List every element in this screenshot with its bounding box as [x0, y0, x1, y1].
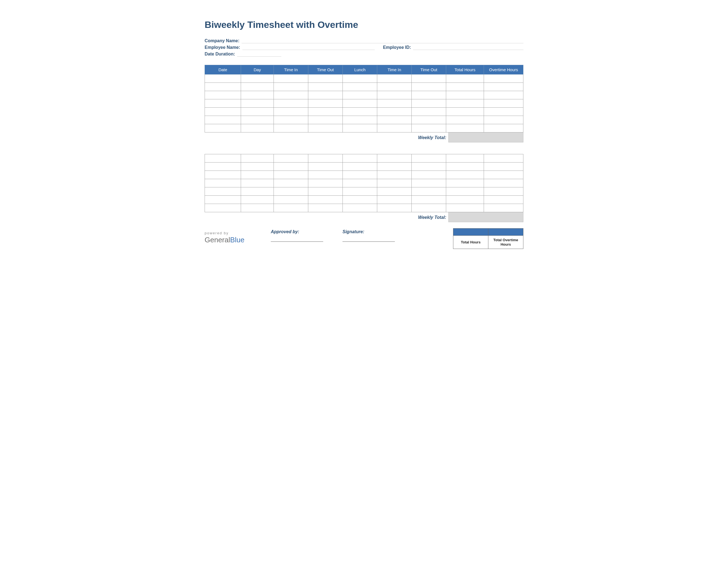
week1-cell[interactable]: [377, 74, 412, 83]
week2-cell[interactable]: [377, 187, 412, 196]
week1-cell[interactable]: [308, 99, 343, 108]
week1-cell[interactable]: [446, 74, 484, 83]
week1-cell[interactable]: [377, 124, 412, 132]
week1-cell[interactable]: [446, 124, 484, 132]
week2-cell[interactable]: [377, 204, 412, 212]
week1-cell[interactable]: [343, 99, 377, 108]
week1-cell[interactable]: [446, 91, 484, 99]
week2-cell[interactable]: [241, 162, 274, 171]
week1-cell[interactable]: [308, 74, 343, 83]
week2-cell[interactable]: [343, 204, 377, 212]
week1-cell[interactable]: [308, 83, 343, 91]
week1-cell[interactable]: [484, 74, 523, 83]
week2-total-value[interactable]: [448, 212, 523, 222]
week2-cell[interactable]: [205, 154, 241, 162]
week2-cell[interactable]: [343, 154, 377, 162]
week1-cell[interactable]: [412, 124, 446, 132]
week2-cell[interactable]: [308, 187, 343, 196]
week1-cell[interactable]: [274, 99, 308, 108]
week1-cell[interactable]: [484, 83, 523, 91]
week2-cell[interactable]: [205, 204, 241, 212]
week1-cell[interactable]: [377, 91, 412, 99]
week1-cell[interactable]: [484, 116, 523, 124]
week1-cell[interactable]: [412, 108, 446, 116]
week2-cell[interactable]: [241, 204, 274, 212]
date-duration-field[interactable]: [237, 52, 281, 57]
week1-cell[interactable]: [205, 116, 241, 124]
week2-cell[interactable]: [446, 162, 484, 171]
week2-cell[interactable]: [412, 179, 446, 187]
week2-cell[interactable]: [412, 187, 446, 196]
week2-cell[interactable]: [446, 204, 484, 212]
week1-cell[interactable]: [205, 74, 241, 83]
week1-cell[interactable]: [308, 124, 343, 132]
week2-cell[interactable]: [274, 154, 308, 162]
week1-cell[interactable]: [241, 83, 274, 91]
week1-cell[interactable]: [377, 99, 412, 108]
week2-cell[interactable]: [205, 187, 241, 196]
employee-id-field[interactable]: [413, 45, 523, 50]
week1-cell[interactable]: [274, 91, 308, 99]
week1-cell[interactable]: [205, 83, 241, 91]
week2-cell[interactable]: [308, 162, 343, 171]
week2-cell[interactable]: [377, 179, 412, 187]
week2-cell[interactable]: [377, 162, 412, 171]
week1-cell[interactable]: [241, 91, 274, 99]
week1-cell[interactable]: [377, 83, 412, 91]
week1-cell[interactable]: [377, 116, 412, 124]
week1-cell[interactable]: [205, 99, 241, 108]
week2-cell[interactable]: [484, 187, 523, 196]
week1-cell[interactable]: [412, 74, 446, 83]
week2-cell[interactable]: [377, 196, 412, 204]
week2-cell[interactable]: [484, 171, 523, 179]
week1-cell[interactable]: [241, 74, 274, 83]
week1-cell[interactable]: [343, 116, 377, 124]
week2-cell[interactable]: [308, 154, 343, 162]
week1-cell[interactable]: [274, 74, 308, 83]
week2-cell[interactable]: [308, 171, 343, 179]
week1-cell[interactable]: [241, 124, 274, 132]
week2-cell[interactable]: [484, 196, 523, 204]
week1-cell[interactable]: [343, 124, 377, 132]
week2-cell[interactable]: [343, 196, 377, 204]
week2-cell[interactable]: [377, 171, 412, 179]
week2-cell[interactable]: [412, 154, 446, 162]
company-name-field[interactable]: [242, 38, 523, 43]
week1-cell[interactable]: [205, 124, 241, 132]
week2-cell[interactable]: [343, 171, 377, 179]
week1-cell[interactable]: [274, 124, 308, 132]
week2-cell[interactable]: [308, 204, 343, 212]
week1-cell[interactable]: [412, 91, 446, 99]
week1-cell[interactable]: [274, 83, 308, 91]
week2-cell[interactable]: [274, 196, 308, 204]
week1-cell[interactable]: [412, 99, 446, 108]
week2-cell[interactable]: [205, 179, 241, 187]
week2-cell[interactable]: [484, 179, 523, 187]
week2-cell[interactable]: [308, 179, 343, 187]
week2-cell[interactable]: [446, 187, 484, 196]
week1-cell[interactable]: [484, 124, 523, 132]
week2-cell[interactable]: [377, 154, 412, 162]
week2-cell[interactable]: [446, 196, 484, 204]
week2-cell[interactable]: [446, 154, 484, 162]
week2-cell[interactable]: [484, 162, 523, 171]
week1-cell[interactable]: [446, 108, 484, 116]
week2-cell[interactable]: [241, 154, 274, 162]
week2-cell[interactable]: [241, 171, 274, 179]
week1-cell[interactable]: [241, 108, 274, 116]
week1-cell[interactable]: [343, 91, 377, 99]
week1-cell[interactable]: [308, 108, 343, 116]
week2-cell[interactable]: [274, 187, 308, 196]
week1-total-value[interactable]: [448, 132, 523, 142]
week1-cell[interactable]: [484, 99, 523, 108]
week2-cell[interactable]: [274, 162, 308, 171]
week1-cell[interactable]: [205, 108, 241, 116]
week2-cell[interactable]: [412, 204, 446, 212]
week2-cell[interactable]: [241, 179, 274, 187]
week2-cell[interactable]: [274, 179, 308, 187]
week1-cell[interactable]: [241, 99, 274, 108]
week1-cell[interactable]: [308, 116, 343, 124]
week1-cell[interactable]: [412, 83, 446, 91]
week1-cell[interactable]: [484, 108, 523, 116]
week1-cell[interactable]: [274, 116, 308, 124]
